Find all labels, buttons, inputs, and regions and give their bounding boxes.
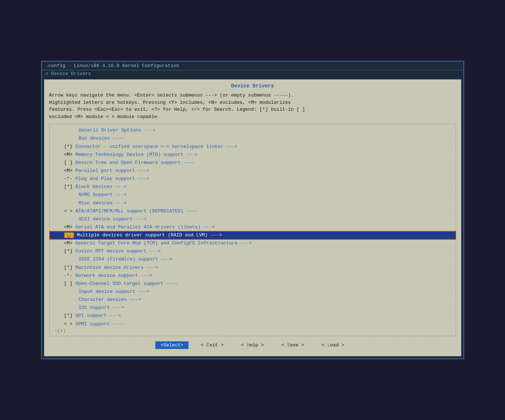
menu-item-scsi[interactable]: SCSI device support ---> [50,215,456,223]
menu-item-mtd[interactable]: <M> Memory Technology Device (MTD) suppo… [50,151,456,159]
menu-item-open-channel[interactable]: [ ] Open-Channel SSD target support ---- [50,280,456,288]
menu-item-macintosh[interactable]: [*] Macintosh device drivers ---> [50,264,456,272]
menu-item-ata-atapi[interactable]: < > ATA/ATAPI/MFM/RLL support (DEPRECATE… [50,207,456,215]
help-line-3: features. Press <Esc><Esc> to exit, <?> … [49,106,456,113]
help-button[interactable]: < Help > [236,341,269,349]
page-title: Device Drivers [49,83,456,89]
scroll-indicator: ↑(+) [50,328,456,334]
load-button[interactable]: < Load > [316,341,349,349]
menu-item-generic-driver[interactable]: Generic Driver Options ---> [50,126,456,134]
save-button[interactable]: < Save > [276,341,309,349]
menu-item-misc-devices[interactable]: Misc devices ---> [50,199,456,207]
menu-item-network-device[interactable]: -*- Network device support ---> [50,272,456,280]
main-content: Device Drivers Arrow keys navigate the m… [44,79,461,356]
title-bar: .config - Linux/x86 4.18.0 Kernel Config… [42,62,463,70]
breadcrumb: > Device Drivers [42,70,463,77]
menu-item-fusion-mpt[interactable]: [*] Fusion MPT device support ---> [50,247,456,255]
bottom-buttons: <Select> < Exit > < Help > < Save > < Lo… [49,336,456,353]
menu-box: Generic Driver Options --->Bus devices -… [49,124,456,336]
menu-item-nvme[interactable]: NVME Support ---> [50,191,456,199]
select-button[interactable]: <Select> [155,341,188,349]
menu-item-ieee1394[interactable]: IEEE 1394 (FireWire) support ---> [50,255,456,263]
menu-item-input-device[interactable]: Input device support ---> [50,288,456,296]
menu-item-tcm[interactable]: <M> Generic Target Core Mod (TCM) and Co… [50,239,456,247]
terminal-window: .config - Linux/x86 4.18.0 Kernel Config… [41,61,464,359]
menu-item-i2c[interactable]: I2C support ---> [50,304,456,312]
menu-item-spmi[interactable]: < > SPMI support ---- [50,320,456,328]
help-line-1: Arrow keys navigate the menu. <Enter> se… [49,92,456,99]
menu-item-serial-ata[interactable]: <M> Serial ATA and Parallel ATA drivers … [50,223,456,231]
help-line-2: Highlighted letters are hotkeys. Pressin… [49,99,456,106]
menu-item-multiple-devices[interactable]: [*] Multiple devices driver support (RAI… [50,231,456,239]
menu-item-device-tree[interactable]: [ ] Device Tree and Open Firmware suppor… [50,159,456,167]
menu-item-connector[interactable]: {*} Connector - unified userspace <-> ke… [50,143,456,151]
menu-item-parallel-port[interactable]: <M> Parallel port support ---> [50,167,456,175]
menu-item-bus-devices[interactable]: Bus devices ---- [50,134,456,142]
breadcrumb-text: > Device Drivers [46,71,91,76]
help-text: Arrow keys navigate the menu. <Enter> se… [49,92,456,120]
menu-item-character-devices[interactable]: Character devices ---> [50,296,456,304]
menu-item-plug-play[interactable]: -*- Plug and Play support ---> [50,175,456,183]
exit-button[interactable]: < Exit > [196,341,229,349]
menu-item-spi[interactable]: [*] SPI support ---> [50,312,456,320]
title-text: .config - Linux/x86 4.18.0 Kernel Config… [46,63,179,68]
help-line-4: excluded <M> module < > module capable [49,113,456,121]
menu-item-block-devices[interactable]: [*] Block devices ---> [50,183,456,191]
